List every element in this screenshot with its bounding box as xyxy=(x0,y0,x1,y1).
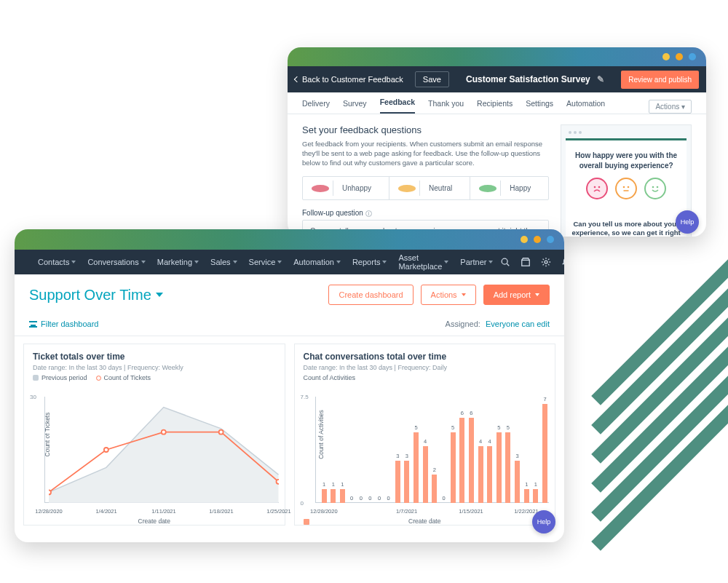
dashboard-title-dropdown[interactable]: Support Over Time xyxy=(29,287,163,304)
feedback-description: Get feedback from your recipients. When … xyxy=(302,140,549,167)
save-button[interactable]: Save xyxy=(415,71,449,87)
gear-icon[interactable] xyxy=(541,257,551,267)
add-report-button[interactable]: Add report xyxy=(483,285,550,305)
browser-dots-icon xyxy=(569,131,687,134)
svg-point-0 xyxy=(594,186,596,189)
filter-icon xyxy=(29,321,37,328)
face-happy-icon[interactable] xyxy=(644,178,666,199)
sentiment-unhappy[interactable]: Unhappy xyxy=(303,177,389,199)
face-sad-icon[interactable] xyxy=(586,178,608,199)
decorative-stripes xyxy=(553,277,728,509)
legend-swatch-grey xyxy=(33,375,39,381)
dashboard-window: Contacts Conversations Marketing Sales S… xyxy=(15,229,564,542)
nav-service[interactable]: Service xyxy=(245,258,287,266)
ticket-totals-card: Ticket totals over time Date range: In t… xyxy=(23,344,285,526)
chevron-down-icon xyxy=(462,293,466,296)
chart-legend: Previous period Count of Tickets xyxy=(33,374,276,381)
svg-point-13 xyxy=(104,448,108,452)
chevron-down-icon xyxy=(194,261,199,263)
nav-marketing[interactable]: Marketing xyxy=(153,258,203,266)
nav-sales[interactable]: Sales xyxy=(206,258,242,266)
preview-question: How happy were you with the overall buyi… xyxy=(574,151,678,170)
window-dot-yellow xyxy=(662,53,670,60)
svg-point-6 xyxy=(657,186,659,189)
review-publish-button[interactable]: Review and publish xyxy=(621,71,699,89)
dot-red-icon xyxy=(312,185,329,192)
feedback-heading: Set your feedback questions xyxy=(302,124,549,135)
svg-point-5 xyxy=(652,186,654,189)
search-icon[interactable] xyxy=(500,257,510,267)
help-button[interactable]: Help xyxy=(676,210,699,234)
tab-survey[interactable]: Survey xyxy=(343,99,367,114)
notifications-icon[interactable] xyxy=(561,257,564,267)
chart-title: Chat conversations total over time xyxy=(304,352,547,362)
marketplace-icon[interactable] xyxy=(521,257,531,267)
chevron-down-icon xyxy=(336,261,341,263)
line-plot xyxy=(49,397,279,503)
chevron-down-icon xyxy=(156,293,163,297)
legend-swatch-orange xyxy=(96,376,101,381)
dot-green-icon xyxy=(479,185,496,192)
nav-automation[interactable]: Automation xyxy=(289,258,345,266)
svg-rect-9 xyxy=(522,260,530,266)
chevron-down-icon xyxy=(382,261,387,263)
svg-point-15 xyxy=(219,430,223,435)
tab-delivery[interactable]: Delivery xyxy=(302,99,330,114)
nav-contacts[interactable]: Contacts xyxy=(33,258,80,266)
chevron-down-icon xyxy=(71,261,76,263)
preview-card: How happy were you with the overall buyi… xyxy=(566,138,687,213)
assigned-label: Assigned: Everyone can edit xyxy=(446,320,550,328)
info-icon[interactable]: i xyxy=(365,210,372,217)
tab-thank-you[interactable]: Thank you xyxy=(428,99,464,114)
followup-label: Follow-up question i xyxy=(302,209,549,217)
tab-feedback[interactable]: Feedback xyxy=(380,98,415,114)
assigned-value-link[interactable]: Everyone can edit xyxy=(486,320,550,328)
tab-automation[interactable]: Automation xyxy=(566,99,605,114)
bar-plot: 1110000033542056644553117 xyxy=(320,397,550,503)
survey-preview: How happy were you with the overall buyi… xyxy=(561,124,692,237)
survey-title: Customer Satisfaction Survey ✎ xyxy=(449,74,621,84)
create-dashboard-button[interactable]: Create dashboard xyxy=(328,285,413,305)
nav-partner[interactable]: Partner xyxy=(456,258,497,266)
dot-yellow-icon xyxy=(398,185,416,192)
chart-title: Ticket totals over time xyxy=(33,352,276,362)
svg-point-2 xyxy=(623,186,625,189)
feedback-config-panel: Set your feedback questions Get feedback… xyxy=(302,124,549,237)
filter-dashboard-link[interactable]: Filter dashboard xyxy=(29,320,99,328)
svg-line-8 xyxy=(507,263,510,266)
dashboard-actions-dropdown[interactable]: Actions xyxy=(421,285,476,305)
survey-tabs: Delivery Survey Feedback Thank you Recip… xyxy=(288,92,706,114)
svg-point-7 xyxy=(502,258,508,264)
tab-recipients[interactable]: Recipients xyxy=(477,99,513,114)
chart-meta: Date range: In the last 30 days | Freque… xyxy=(33,364,276,371)
svg-point-10 xyxy=(545,261,548,263)
sentiment-happy[interactable]: Happy xyxy=(470,177,548,199)
x-axis-label: Create date xyxy=(24,517,285,525)
preview-followup: Can you tell us more about your experien… xyxy=(566,213,687,237)
window-dot-yellow xyxy=(521,236,528,243)
actions-dropdown[interactable]: Actions ▾ xyxy=(649,100,692,114)
chevron-down-icon xyxy=(233,261,237,263)
window-titlebar xyxy=(288,47,706,66)
chevron-down-icon xyxy=(444,261,448,263)
dashboard-header: Support Over Time Create dashboard Actio… xyxy=(15,274,564,315)
chart-legend: Count of Activities xyxy=(304,374,547,381)
tab-settings[interactable]: Settings xyxy=(526,99,553,114)
window-dot-orange xyxy=(534,236,541,243)
edit-icon[interactable]: ✎ xyxy=(597,74,604,84)
sentiment-neutral[interactable]: Neutral xyxy=(389,177,470,199)
svg-point-1 xyxy=(598,186,601,189)
nav-conversations[interactable]: Conversations xyxy=(83,258,149,266)
chevron-down-icon xyxy=(141,261,146,263)
window-dot-blue xyxy=(689,53,696,60)
chevron-down-icon xyxy=(277,261,282,263)
nav-reports[interactable]: Reports xyxy=(348,258,392,266)
back-label: Back to Customer Feedback xyxy=(302,75,403,84)
back-link[interactable]: Back to Customer Feedback xyxy=(288,75,411,84)
chevron-down-icon xyxy=(488,261,493,263)
face-neutral-icon[interactable] xyxy=(615,178,637,199)
nav-asset-marketplace[interactable]: Asset Marketplace xyxy=(394,253,453,271)
help-button[interactable]: Help xyxy=(532,510,555,534)
x-axis-label: Create date xyxy=(295,517,555,525)
chart-meta: Date range: In the last 30 days | Freque… xyxy=(304,364,547,371)
